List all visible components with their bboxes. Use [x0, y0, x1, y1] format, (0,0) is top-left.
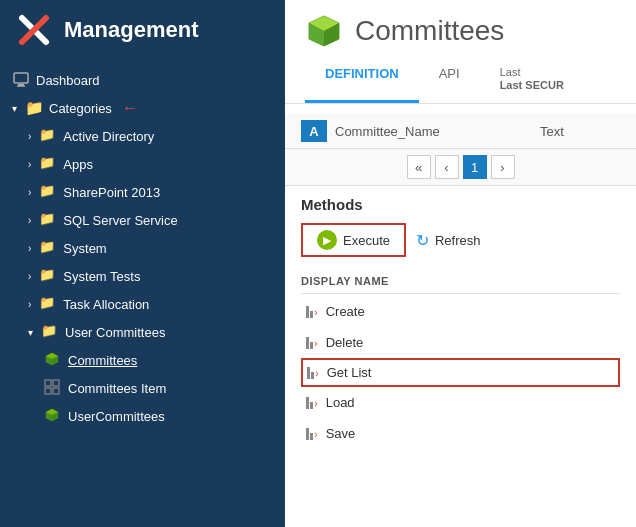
- execute-button[interactable]: ▶ Execute: [301, 223, 406, 257]
- play-icon: ▶: [317, 230, 337, 250]
- method-load-label: Load: [326, 395, 355, 410]
- method-icon: ›: [307, 367, 319, 379]
- main-content: A Committee_Name Text « ‹ 1 › Methods ▶ …: [285, 104, 636, 527]
- task-allocation-label: Task Allocation: [63, 297, 149, 312]
- method-delete[interactable]: › Delete: [301, 327, 620, 358]
- sql-label: SQL Server Service: [63, 213, 177, 228]
- pagination-prev[interactable]: ‹: [435, 155, 459, 179]
- refresh-button[interactable]: ↻ Refresh: [416, 231, 481, 250]
- pagination-current[interactable]: 1: [463, 155, 487, 179]
- sidebar-item-apps[interactable]: › 📁 Apps: [0, 150, 285, 178]
- expand-icon: ›: [28, 271, 31, 282]
- main-panel: Committees DEFINITION API LastLast SECUR…: [285, 0, 636, 527]
- expand-icon: ›: [28, 187, 31, 198]
- dashboard-label: Dashboard: [36, 73, 100, 88]
- sidebar-header: Management: [0, 0, 285, 60]
- tab-last[interactable]: LastLast SECUR: [480, 58, 584, 103]
- method-save-label: Save: [326, 426, 356, 441]
- apps-label: Apps: [63, 157, 93, 172]
- sidebar-nav: Dashboard ▾ 📁 Categories ← › 📁 Active Di…: [0, 60, 285, 527]
- method-icon: ›: [306, 337, 318, 349]
- tab-api[interactable]: API: [419, 58, 480, 103]
- execute-label: Execute: [343, 233, 390, 248]
- action-buttons: ▶ Execute ↻ Refresh: [301, 223, 620, 257]
- folder-icon: 📁: [39, 183, 57, 201]
- grid-icon: [44, 379, 62, 397]
- user-committees-label: User Committees: [65, 325, 165, 340]
- method-icon: ›: [306, 428, 318, 440]
- folder-icon: 📁: [39, 239, 57, 257]
- tab-definition[interactable]: DEFINITION: [305, 58, 419, 103]
- method-get-list[interactable]: › Get List: [301, 358, 620, 387]
- sidebar-item-categories[interactable]: ▾ 📁 Categories ←: [0, 94, 285, 122]
- monitor-icon: [12, 71, 30, 89]
- methods-section: Methods ▶ Execute ↻ Refresh DISPLAY NAME: [285, 186, 636, 459]
- method-get-list-label: Get List: [327, 365, 372, 380]
- committees-label: Committees: [68, 353, 137, 368]
- system-tests-label: System Tests: [63, 269, 140, 284]
- sidebar-item-usercommittees[interactable]: UserCommittees: [0, 402, 285, 430]
- method-list: DISPLAY NAME › Create ›: [301, 269, 620, 449]
- categories-label: Categories: [49, 101, 112, 116]
- sidebar-item-dashboard[interactable]: Dashboard: [0, 66, 285, 94]
- sidebar-item-sharepoint[interactable]: › 📁 SharePoint 2013: [0, 178, 285, 206]
- expand-icon: ›: [28, 243, 31, 254]
- sidebar-item-user-committees[interactable]: ▾ 📁 User Committees: [0, 318, 285, 346]
- col-name-header: Committee_Name: [335, 124, 532, 139]
- committees-item-label: Committees Item: [68, 381, 166, 396]
- cube-icon: [44, 351, 62, 369]
- method-create-label: Create: [326, 304, 365, 319]
- sidebar-item-committees[interactable]: Committees: [0, 346, 285, 374]
- sharepoint-label: SharePoint 2013: [63, 185, 160, 200]
- sidebar-item-task-allocation[interactable]: › 📁 Task Allocation: [0, 290, 285, 318]
- sidebar-item-system-tests[interactable]: › 📁 System Tests: [0, 262, 285, 290]
- sidebar: Management Dashboard ▾ 📁 Categories ← › …: [0, 0, 285, 527]
- table-header: A Committee_Name Text: [285, 114, 636, 149]
- active-directory-label: Active Directory: [63, 129, 154, 144]
- arrow-indicator: ←: [122, 99, 138, 117]
- pagination-next[interactable]: ›: [491, 155, 515, 179]
- refresh-icon: ↻: [416, 231, 429, 250]
- method-load[interactable]: › Load: [301, 387, 620, 418]
- sidebar-item-committees-item[interactable]: Committees Item: [0, 374, 285, 402]
- expand-icon: ▾: [28, 327, 33, 338]
- folder-icon: 📁: [41, 323, 59, 341]
- expand-icon: ›: [28, 131, 31, 142]
- display-name-header: DISPLAY NAME: [301, 269, 620, 294]
- page-title-row: Committees: [305, 12, 616, 50]
- pagination: « ‹ 1 ›: [285, 149, 636, 186]
- sidebar-item-active-directory[interactable]: › 📁 Active Directory: [0, 122, 285, 150]
- sidebar-item-system[interactable]: › 📁 System: [0, 234, 285, 262]
- methods-title: Methods: [301, 196, 620, 213]
- folder-icon: 📁: [39, 155, 57, 173]
- svg-rect-10: [45, 380, 51, 386]
- sidebar-item-sql[interactable]: › 📁 SQL Server Service: [0, 206, 285, 234]
- method-save[interactable]: › Save: [301, 418, 620, 449]
- svg-rect-11: [53, 380, 59, 386]
- method-delete-label: Delete: [326, 335, 364, 350]
- folder-icon: 📁: [39, 295, 57, 313]
- folder-icon: 📁: [39, 127, 57, 145]
- page-title: Committees: [355, 15, 504, 47]
- folder-icon: 📁: [39, 267, 57, 285]
- col-type-header: Text: [540, 124, 620, 139]
- main-header: Committees DEFINITION API LastLast SECUR: [285, 0, 636, 104]
- expand-icon: ›: [28, 299, 31, 310]
- committees-icon: [305, 12, 343, 50]
- usercommittees-label: UserCommittees: [68, 409, 165, 424]
- folder-icon: 📁: [39, 211, 57, 229]
- pagination-first[interactable]: «: [407, 155, 431, 179]
- method-create[interactable]: › Create: [301, 296, 620, 327]
- svg-rect-13: [53, 388, 59, 394]
- method-icon: ›: [306, 397, 318, 409]
- folder-icon: 📁: [25, 99, 43, 117]
- expand-icon: ›: [28, 215, 31, 226]
- sidebar-title: Management: [64, 17, 198, 43]
- method-icon: ›: [306, 306, 318, 318]
- col-a-badge: A: [301, 120, 327, 142]
- app-logo: [16, 12, 52, 48]
- refresh-label: Refresh: [435, 233, 481, 248]
- tabs: DEFINITION API LastLast SECUR: [305, 58, 616, 103]
- expand-icon: ›: [28, 159, 31, 170]
- system-label: System: [63, 241, 106, 256]
